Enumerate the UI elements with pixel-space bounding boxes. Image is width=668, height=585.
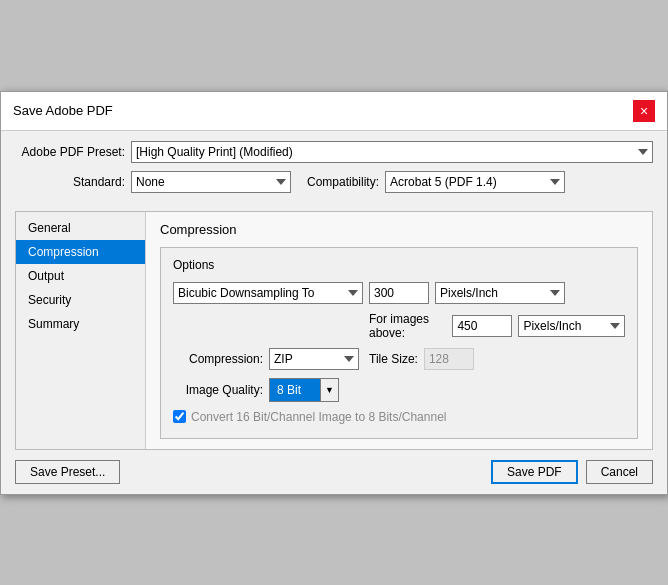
footer: Save Preset... Save PDF Cancel — [1, 450, 667, 494]
standard-row: Standard: None Compatibility: Acrobat 5 … — [15, 171, 653, 193]
downsampling-row: Bicubic Downsampling To Average Downsamp… — [173, 282, 625, 304]
panel-title: Compression — [160, 222, 638, 237]
dialog-title: Save Adobe PDF — [13, 103, 113, 118]
footer-right: Save PDF Cancel — [491, 460, 653, 484]
convert-checkbox-row: Convert 16 Bit/Channel Image to 8 Bits/C… — [173, 410, 625, 424]
compression-row: Compression: ZIP JPEG JPEG2000 None Tile… — [173, 348, 625, 370]
compression-label: Compression: — [173, 352, 263, 366]
quality-dropdown-btn[interactable]: ▼ — [320, 379, 338, 401]
pixels-inch-select-2[interactable]: Pixels/Inch — [518, 315, 625, 337]
standard-select[interactable]: None — [131, 171, 291, 193]
convert-label: Convert 16 Bit/Channel Image to 8 Bits/C… — [191, 410, 446, 424]
save-preset-button[interactable]: Save Preset... — [15, 460, 120, 484]
save-pdf-dialog: Save Adobe PDF × Adobe PDF Preset: [High… — [0, 91, 668, 495]
save-pdf-button[interactable]: Save PDF — [491, 460, 578, 484]
quality-value-display: 8 Bit — [270, 379, 320, 401]
cancel-button[interactable]: Cancel — [586, 460, 653, 484]
sidebar-item-compression[interactable]: Compression — [16, 240, 145, 264]
main-layout: General Compression Output Security Summ… — [15, 211, 653, 450]
compat-label: Compatibility: — [307, 175, 379, 189]
for-images-row: For images above: Pixels/Inch — [173, 312, 625, 340]
preset-label: Adobe PDF Preset: — [15, 145, 125, 159]
preset-select[interactable]: [High Quality Print] (Modified) — [131, 141, 653, 163]
convert-checkbox[interactable] — [173, 410, 186, 423]
compression-panel: Compression Options Bicubic Downsampling… — [146, 212, 652, 449]
tile-size-label: Tile Size: — [369, 352, 418, 366]
compression-select[interactable]: ZIP JPEG JPEG2000 None — [269, 348, 359, 370]
options-label: Options — [173, 258, 625, 272]
preset-row: Adobe PDF Preset: [High Quality Print] (… — [15, 141, 653, 163]
quality-value-container: 8 Bit ▼ — [269, 378, 339, 402]
sidebar-item-output[interactable]: Output — [16, 264, 145, 288]
pixels-inch-select-1[interactable]: Pixels/Inch — [435, 282, 565, 304]
title-bar: Save Adobe PDF × — [1, 92, 667, 131]
compat-select[interactable]: Acrobat 5 (PDF 1.4) — [385, 171, 565, 193]
standard-label: Standard: — [15, 175, 125, 189]
sidebar-item-summary[interactable]: Summary — [16, 312, 145, 336]
sidebar-item-general[interactable]: General — [16, 216, 145, 240]
quality-label: Image Quality: — [173, 383, 263, 397]
quality-row: Image Quality: 8 Bit ▼ — [173, 378, 625, 402]
for-images-label: For images above: — [369, 312, 446, 340]
downsampling-select[interactable]: Bicubic Downsampling To Average Downsamp… — [173, 282, 363, 304]
close-button[interactable]: × — [633, 100, 655, 122]
resolution-input[interactable] — [369, 282, 429, 304]
tile-size-input — [424, 348, 474, 370]
sidebar: General Compression Output Security Summ… — [16, 212, 146, 449]
options-group: Options Bicubic Downsampling To Average … — [160, 247, 638, 439]
sidebar-item-security[interactable]: Security — [16, 288, 145, 312]
above-input[interactable] — [452, 315, 512, 337]
